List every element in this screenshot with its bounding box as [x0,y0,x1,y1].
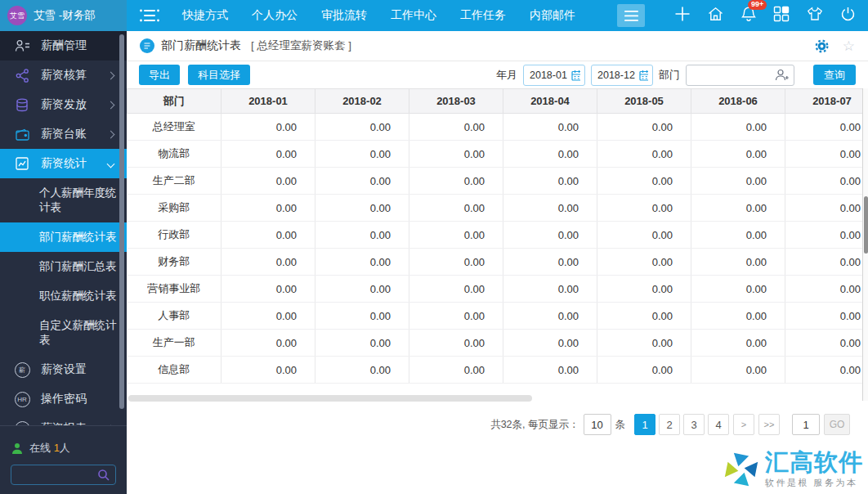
submenu-item-position-salary-stats[interactable]: 职位薪酬统计表 [0,281,127,311]
pagination: 共32条, 每页显示： 条 1234 > >> GO [490,414,850,435]
sidebar-search-input[interactable] [17,469,97,481]
topbar-menu-item[interactable]: 快捷方式 [182,8,228,23]
table-row: 行政部0.000.000.000.000.000.000.00 [128,222,863,249]
watermark: 汇高软件 软件是根 服务为本 [723,450,863,489]
watermark-slogan: 软件是根 服务为本 [765,477,858,489]
dept-cell: 行政部 [128,222,221,249]
value-cell: 0.00 [597,222,691,249]
dept-filter-box[interactable] [686,65,794,86]
bell-icon[interactable]: 99+ [740,6,757,25]
date-to-input[interactable] [597,70,637,81]
sidebar-item-salary-calc[interactable]: 薪资核算 [0,61,127,90]
company-label: 艾雪 -财务部 [34,8,96,23]
sidebar-item-salary-report[interactable]: 报 薪资报表 [0,414,127,425]
dept-cell: 财务部 [128,249,221,276]
page-button[interactable]: 4 [708,414,729,435]
page-button[interactable]: 3 [683,414,705,435]
value-cell: 0.00 [691,114,785,141]
value-cell: 0.00 [503,222,597,249]
sidebar-item-label: 薪资统计 [41,156,87,171]
query-button[interactable]: 查询 [813,65,856,85]
value-cell: 0.00 [785,141,863,168]
sidebar-item-salary-ledger[interactable]: 薪资台账 [0,119,127,149]
sidebar-item-salary-payment[interactable]: 薪资发放 [0,90,127,119]
sidebar-item-salary-management[interactable]: 薪酬管理 [0,31,127,61]
toolbar: 导出 科目选择 年月 部门 查询 [127,61,868,88]
date-to-box[interactable] [591,65,653,86]
topbar-actions: 99+ [617,4,868,27]
submenu-item-custom-salary-stats[interactable]: 自定义薪酬统计表 [0,311,127,355]
dept-cell: 生产一部 [128,330,221,357]
favorite-star-icon[interactable]: ☆ [843,39,855,53]
topbar-menu-item[interactable]: 内部邮件 [530,8,575,23]
plus-icon[interactable] [674,6,691,25]
table-row: 采购部0.000.000.000.000.000.000.00 [128,195,863,222]
sidebar-item-label: 操作密码 [41,392,87,406]
value-cell: 0.00 [503,303,597,330]
sidebar-scrollbar[interactable] [119,34,124,409]
horizontal-scrollbar[interactable] [128,395,532,402]
page-title: 部门薪酬统计表 [161,38,241,53]
value-cell: 0.00 [691,141,785,168]
page-button[interactable]: 1 [634,414,655,435]
value-cell: 0.00 [597,249,691,276]
topbar-logo[interactable]: 艾雪 艾雪 -财务部 [0,0,127,31]
date-from-input[interactable] [530,70,569,81]
sidebar-toggle-icon[interactable] [139,8,160,23]
online-count: 1 [54,442,60,454]
submenu-item-personal-annual-stats[interactable]: 个人薪酬年度统计表 [0,178,127,222]
calendar-icon[interactable] [639,70,648,81]
dept-input[interactable] [691,69,775,81]
table-row: 物流部0.000.000.000.000.000.000.00 [128,141,863,168]
topbar-menu-item[interactable]: 工作任务 [460,8,506,23]
export-button[interactable]: 导出 [139,65,180,85]
go-button[interactable]: GO [824,414,850,435]
topbar-menu-item[interactable]: 个人办公 [252,8,298,23]
apps-hamburger-icon[interactable] [617,4,645,27]
next-page-button[interactable]: > [733,414,754,435]
submenu-item-dept-salary-summary[interactable]: 部门薪酬汇总表 [0,252,127,281]
dept-cell: 物流部 [128,141,221,168]
goto-page-input[interactable] [792,414,820,435]
settings-gear-icon[interactable] [815,39,829,53]
value-cell: 0.00 [409,195,503,222]
date-from-box[interactable] [523,65,585,86]
person-add-icon[interactable] [775,69,789,81]
page-size-input[interactable] [584,414,611,435]
value-cell: 0.00 [785,249,863,276]
topbar-menu-item[interactable]: 审批流转 [321,8,367,23]
apps-grid-icon[interactable] [773,6,790,25]
home-icon[interactable] [707,6,724,25]
subject-select-button[interactable]: 科目选择 [188,65,250,85]
shirt-icon[interactable] [806,6,824,25]
value-cell: 0.00 [221,330,315,357]
calendar-icon[interactable] [571,70,580,81]
sidebar-search-box[interactable] [11,465,116,485]
dept-cell: 信息部 [128,357,221,384]
topbar-menu-item[interactable]: 工作中心 [391,8,436,23]
dept-cell: 采购部 [128,195,221,222]
value-cell: 0.00 [691,357,785,384]
page-button[interactable]: 2 [659,414,680,435]
value-cell: 0.00 [409,357,503,384]
power-icon[interactable] [840,6,856,25]
value-cell: 0.00 [691,168,785,195]
sidebar-item-label: 薪酬管理 [41,38,87,53]
avatar[interactable]: 艾雪 [7,6,27,25]
value-cell: 0.00 [221,357,315,384]
value-cell: 0.00 [503,141,597,168]
submenu-item-dept-salary-stats[interactable]: 部门薪酬统计表 [0,222,127,252]
sidebar-item-salary-stats[interactable]: 薪资统计 [0,149,127,178]
chevron-right-icon [107,101,115,109]
last-page-button[interactable]: >> [758,414,780,435]
search-icon[interactable] [97,469,110,481]
value-cell: 0.00 [597,330,691,357]
sidebar-item-salary-settings[interactable]: 薪 薪资设置 [0,355,127,384]
vertical-scrollbar-thumb[interactable] [864,196,868,254]
value-cell: 0.00 [785,168,863,195]
value-cell: 0.00 [221,195,315,222]
table-row: 信息部0.000.000.000.000.000.000.00 [128,357,863,384]
notification-badge: 99+ [748,0,767,10]
vertical-scrollbar[interactable] [862,88,868,401]
sidebar-item-operation-password[interactable]: HR 操作密码 [0,384,127,414]
